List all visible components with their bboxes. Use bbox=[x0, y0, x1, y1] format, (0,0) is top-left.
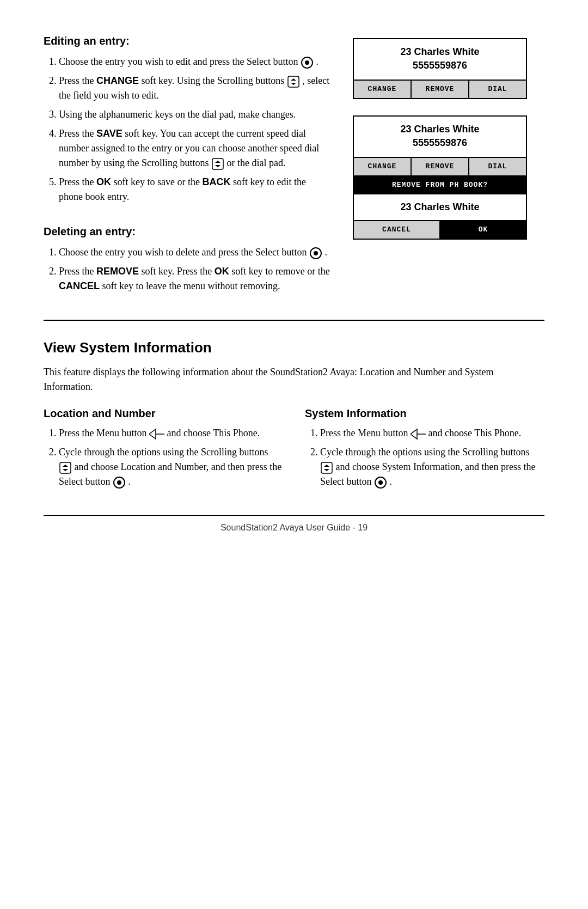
screen2-change-btn[interactable]: CHANGE bbox=[354, 158, 412, 175]
deleting-cancel-key: CANCEL bbox=[59, 280, 100, 291]
screen2-dial-btn[interactable]: DIAL bbox=[469, 158, 526, 175]
location-step2-period: . bbox=[128, 476, 131, 487]
svg-point-16 bbox=[117, 480, 121, 485]
editing-step5-mid: soft key to save or the bbox=[111, 176, 202, 187]
left-column: Editing an entry: Choose the entry you w… bbox=[44, 33, 331, 298]
editing-heading: Editing an entry: bbox=[44, 33, 331, 49]
system-heading: System Information bbox=[305, 405, 544, 422]
location-step-2: Cycle through the options using the Scro… bbox=[59, 445, 283, 489]
deleting-step2-mid2: soft key to remove or the bbox=[229, 266, 330, 277]
deleting-step2-pre: Press the bbox=[59, 266, 96, 277]
svg-rect-5 bbox=[212, 158, 223, 169]
deleting-step-1: Choose the entry you wish to delete and … bbox=[59, 245, 331, 260]
editing-ok-key: OK bbox=[96, 176, 111, 187]
view-system-desc: This feature displays the following info… bbox=[44, 365, 544, 394]
system-list: Press the Menu button and choose This Ph… bbox=[305, 426, 544, 489]
deleting-step1-pre: Choose the entry you wish to delete and … bbox=[59, 247, 307, 258]
editing-step5-pre: Press the bbox=[59, 176, 96, 187]
editing-step-5: Press the OK soft key to save or the BAC… bbox=[59, 175, 331, 204]
location-col: Location and Number Press the Menu butto… bbox=[44, 405, 283, 493]
screen2-cancel-btn[interactable]: CANCEL bbox=[354, 221, 440, 239]
deleting-step1-period: . bbox=[324, 247, 327, 258]
screen1-change-btn[interactable]: CHANGE bbox=[354, 81, 412, 98]
svg-point-9 bbox=[314, 251, 318, 255]
footer-text: SoundStation2 Avaya User Guide - 19 bbox=[44, 521, 544, 534]
select-button-icon bbox=[301, 56, 314, 69]
deleting-ok-key: OK bbox=[215, 266, 229, 277]
editing-step-4: Press the SAVE soft key. You can accept … bbox=[59, 126, 331, 170]
editing-list: Choose the entry you wish to edit and pr… bbox=[44, 54, 331, 204]
svg-rect-2 bbox=[288, 76, 299, 87]
scroll-button-icon-3 bbox=[59, 461, 72, 474]
location-step-1: Press the Menu button and choose This Ph… bbox=[59, 426, 283, 441]
editing-step4-pre: Press the bbox=[59, 128, 96, 139]
page: Editing an entry: Choose the entry you w… bbox=[0, 0, 588, 909]
screen1-content: 23 Charles White 5555559876 bbox=[354, 39, 526, 80]
screen2-confirm-label: REMOVE FROM PH BOOK? bbox=[354, 175, 526, 194]
deleting-list: Choose the entry you wish to delete and … bbox=[44, 245, 331, 294]
screen1-remove-btn[interactable]: REMOVE bbox=[412, 81, 469, 98]
editing-step1-text: Choose the entry you wish to edit and pr… bbox=[59, 56, 301, 67]
svg-marker-4 bbox=[291, 83, 296, 85]
two-col-subsections: Location and Number Press the Menu butto… bbox=[44, 405, 544, 493]
screen2-name: 23 Charles White bbox=[363, 123, 517, 136]
svg-marker-6 bbox=[215, 161, 220, 163]
deleting-remove-key: REMOVE bbox=[96, 266, 139, 277]
system-step2-period: . bbox=[389, 476, 392, 487]
screen2-confirm-buttons: CANCEL OK bbox=[354, 220, 526, 239]
phone-screen-1: 23 Charles White 5555559876 CHANGE REMOV… bbox=[353, 38, 527, 99]
top-section: Editing an entry: Choose the entry you w… bbox=[44, 33, 544, 298]
editing-step2-post: soft key. Using the Scrolling buttons bbox=[139, 75, 284, 86]
footer-divider bbox=[44, 515, 544, 516]
svg-marker-14 bbox=[63, 469, 68, 471]
view-system-section: View System Information This feature dis… bbox=[44, 337, 544, 493]
screen2-remove-btn[interactable]: REMOVE bbox=[412, 158, 469, 175]
location-step1-pre: Press the Menu button bbox=[59, 428, 147, 438]
deleting-step2-post: soft key to leave the menu without remov… bbox=[100, 280, 280, 291]
menu-button-icon-2 bbox=[411, 428, 426, 440]
deleting-section: Deleting an entry: Choose the entry you … bbox=[44, 223, 331, 294]
deleting-step-2: Press the REMOVE soft key. Press the OK … bbox=[59, 264, 331, 294]
right-column: 23 Charles White 5555559876 CHANGE REMOV… bbox=[353, 33, 544, 298]
editing-step-2: Press the CHANGE soft key. Using the Scr… bbox=[59, 74, 331, 103]
screen1-dial-btn[interactable]: DIAL bbox=[469, 81, 526, 98]
editing-step3-text: Using the alphanumeric keys on the dial … bbox=[59, 109, 296, 120]
deleting-heading: Deleting an entry: bbox=[44, 223, 331, 240]
system-step1-post: and choose This Phone. bbox=[428, 428, 522, 438]
editing-section: Editing an entry: Choose the entry you w… bbox=[44, 33, 331, 204]
screen2-number: 5555559876 bbox=[363, 136, 517, 150]
view-system-title: View System Information bbox=[44, 337, 544, 358]
screen2-confirm-name: 23 Charles White bbox=[354, 193, 526, 220]
editing-step1-period: . bbox=[316, 56, 318, 67]
phone-screen-2: 23 Charles White 5555559876 CHANGE REMOV… bbox=[353, 115, 527, 240]
screen1-number: 5555559876 bbox=[363, 58, 517, 73]
location-list: Press the Menu button and choose This Ph… bbox=[44, 426, 283, 489]
scroll-button-icon-1 bbox=[287, 75, 300, 88]
location-step1-post: and choose This Phone. bbox=[167, 428, 260, 438]
editing-step2-pre: Press the bbox=[59, 75, 96, 86]
system-step2-mid: and choose System Information, and then … bbox=[320, 461, 535, 487]
editing-save-key: SAVE bbox=[96, 128, 122, 139]
svg-rect-19 bbox=[321, 462, 332, 473]
svg-marker-21 bbox=[324, 469, 329, 471]
system-step-1: Press the Menu button and choose This Ph… bbox=[320, 426, 544, 441]
screen2-buttons: CHANGE REMOVE DIAL bbox=[354, 157, 526, 175]
svg-marker-7 bbox=[215, 165, 220, 167]
location-step2-mid: and choose Location and Number, and then… bbox=[59, 461, 281, 487]
location-step2-pre: Cycle through the options using the Scro… bbox=[59, 447, 268, 457]
svg-rect-12 bbox=[60, 462, 71, 473]
main-divider bbox=[44, 320, 544, 321]
system-step-2: Cycle through the options using the Scro… bbox=[320, 445, 544, 489]
system-step2-pre: Cycle through the options using the Scro… bbox=[320, 447, 529, 457]
editing-back-key: BACK bbox=[202, 176, 230, 187]
system-col: System Information Press the Menu button… bbox=[305, 405, 544, 493]
screen2-content: 23 Charles White 5555559876 bbox=[354, 117, 526, 157]
scroll-button-icon-4 bbox=[320, 461, 333, 474]
svg-marker-13 bbox=[63, 465, 68, 467]
scroll-button-icon-2 bbox=[211, 157, 224, 170]
select-button-icon-4 bbox=[374, 476, 387, 489]
select-button-icon-3 bbox=[113, 476, 126, 489]
screen2-ok-btn[interactable]: OK bbox=[440, 221, 526, 239]
screen1-buttons: CHANGE REMOVE DIAL bbox=[354, 80, 526, 98]
location-heading: Location and Number bbox=[44, 405, 283, 422]
